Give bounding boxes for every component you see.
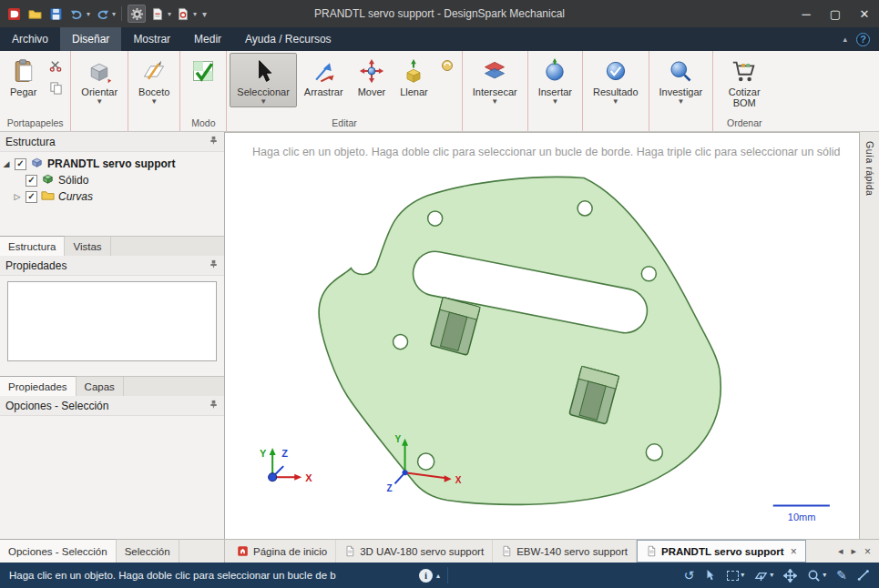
viewport[interactable]: Haga clic en un objeto. Haga doble clic …	[225, 132, 859, 539]
spin-view-icon[interactable]: ↺	[683, 569, 694, 582]
folder-icon	[41, 188, 55, 205]
document-tab-icon	[646, 545, 657, 557]
menu-medir[interactable]: Medir	[182, 27, 233, 51]
intersecar-button[interactable]: Intersecar ▼	[465, 53, 525, 107]
propiedades-panel-header: Propiedades	[0, 256, 224, 276]
undo-dropdown-icon[interactable]: ▾	[87, 10, 90, 18]
close-document-icon[interactable]: ×	[864, 545, 871, 558]
checkbox-solido[interactable]: ✓	[26, 175, 37, 187]
tab-prandtl-active[interactable]: PRANDTL servo support ×	[637, 540, 806, 563]
tree-label-curvas[interactable]: Curvas	[58, 190, 93, 203]
info-dropdown-icon[interactable]: ▴	[436, 572, 440, 580]
ribbon-group-ordenar: Cotizar BOM Ordenar	[713, 51, 775, 131]
svg-text:X: X	[305, 472, 312, 483]
boceto-button[interactable]: Boceto ▼	[131, 53, 177, 107]
boceto-icon	[141, 56, 167, 86]
minimize-button[interactable]: ─	[792, 0, 821, 27]
tree-row-curvas[interactable]: ▷ ✓ Curvas	[2, 188, 222, 205]
quick-access-toolbar: ▾ ▾ ▾ ▾ ▾	[5, 5, 207, 23]
pin-icon[interactable]	[209, 400, 219, 412]
tab-pagina-inicio[interactable]: Página de inicio	[229, 540, 336, 563]
ribbon-group-insertar: Insertar ▼	[528, 51, 583, 131]
sketch-pencil-icon[interactable]: ✎	[836, 569, 847, 582]
menu-disenar[interactable]: Diseñar	[60, 27, 121, 51]
app-logo-icon[interactable]	[5, 5, 23, 23]
expander-closed-icon[interactable]: ▷	[13, 192, 22, 201]
quick-guide-strip[interactable]: Guía rápida	[859, 132, 879, 539]
open-folder-icon[interactable]	[26, 5, 44, 23]
seleccionar-icon	[250, 56, 276, 86]
modo-button[interactable]	[183, 53, 223, 87]
investigar-button[interactable]: Investigar ▼	[652, 53, 710, 107]
svg-text:Z: Z	[281, 448, 288, 459]
tab-ebw-140[interactable]: EBW-140 servo support	[493, 540, 637, 563]
seleccionar-button[interactable]: Seleccionar ▼	[230, 53, 296, 107]
scroll-tabs-left-icon[interactable]: ◂	[838, 545, 843, 557]
collapse-ribbon-icon[interactable]: ▴	[843, 35, 847, 44]
replace-tool-icon[interactable]	[438, 56, 456, 75]
tab-capas[interactable]: Capas	[77, 377, 124, 396]
save-icon[interactable]	[46, 5, 65, 23]
export-document-icon[interactable]	[148, 5, 167, 23]
arrastrar-button[interactable]: Arrastrar	[297, 53, 351, 99]
tab-opciones-seleccion[interactable]: Opciones - Selección	[0, 539, 117, 563]
llenar-icon	[401, 56, 426, 86]
measure-line-icon[interactable]	[857, 569, 870, 582]
undo-icon[interactable]	[67, 5, 86, 23]
tab-propiedades[interactable]: Propiedades	[0, 376, 77, 396]
cut-icon[interactable]	[46, 56, 65, 75]
checkbox-curvas[interactable]: ✓	[26, 191, 37, 203]
properties-grid[interactable]	[7, 281, 217, 361]
tab-estructura[interactable]: Estructura	[0, 236, 65, 256]
pin-icon[interactable]	[209, 136, 219, 148]
pin-icon[interactable]	[209, 259, 219, 272]
world-triad[interactable]: Y Z X	[260, 448, 312, 483]
select-cursor-icon[interactable]	[704, 569, 717, 582]
paste-button[interactable]: Pegar	[3, 53, 44, 99]
redo-dropdown-icon[interactable]: ▾	[112, 10, 116, 18]
menu-archivo[interactable]: Archivo	[0, 27, 60, 51]
tab-seleccion[interactable]: Selección	[117, 540, 179, 563]
scroll-tabs-right-icon[interactable]: ▸	[851, 545, 856, 557]
tree-row-root[interactable]: ◢ ✓ PRANDTL servo support	[2, 156, 222, 172]
model-canvas[interactable]: Y Z X Y X Z	[225, 133, 859, 539]
ribbon-group-orientar: Orientar ▼	[71, 51, 128, 131]
info-icon[interactable]: i	[419, 569, 433, 583]
ribbon-group-modo: Modo	[180, 51, 227, 131]
insertar-button[interactable]: Insertar ▼	[531, 53, 579, 107]
box-select-icon[interactable]: ▾	[727, 569, 744, 582]
tab-3d-uav-180[interactable]: 3D UAV-180 servo support	[336, 540, 493, 563]
ribbon-group-intersecar: Intersecar ▼	[463, 51, 528, 131]
options-gear-icon[interactable]	[128, 5, 146, 23]
redo-icon[interactable]	[93, 5, 111, 23]
copy-icon[interactable]	[46, 78, 65, 96]
solid-part[interactable]	[319, 177, 721, 504]
tree-row-solido[interactable]: ✓ Sólido	[2, 172, 222, 188]
tree-label-solido[interactable]: Sólido	[58, 174, 88, 187]
pan-icon[interactable]	[783, 569, 797, 583]
plan-view-icon[interactable]: ▾	[754, 569, 773, 583]
maximize-button[interactable]: ▢	[821, 0, 850, 27]
tab-vistas[interactable]: Vistas	[65, 237, 110, 256]
checkbox-root[interactable]: ✓	[15, 158, 26, 170]
tree-label-root[interactable]: PRANDTL servo support	[47, 157, 175, 170]
close-button[interactable]: ✕	[850, 0, 879, 27]
expander-open-icon[interactable]: ◢	[2, 159, 11, 168]
cotizar-bom-button[interactable]: Cotizar BOM	[716, 53, 772, 110]
sheet-dropdown-icon[interactable]: ▾	[193, 10, 197, 18]
help-icon[interactable]: ?	[856, 33, 870, 46]
menu-mostrar[interactable]: Mostrar	[121, 27, 182, 51]
resultado-button[interactable]: Resultado ▼	[586, 53, 646, 107]
orientar-button[interactable]: Orientar ▼	[74, 53, 125, 107]
menu-ayuda[interactable]: Ayuda / Recursos	[233, 27, 343, 51]
zoom-icon[interactable]: ▾	[807, 569, 826, 583]
status-separator	[447, 567, 448, 583]
close-tab-icon[interactable]: ×	[791, 545, 797, 558]
ribbon-group-boceto: Boceto ▼	[128, 51, 180, 131]
export-dropdown-icon[interactable]: ▾	[168, 10, 171, 18]
mover-button[interactable]: Mover	[351, 53, 394, 99]
sheet-tool-icon[interactable]	[174, 5, 192, 23]
customize-toolbar-icon[interactable]: ▾	[202, 9, 207, 19]
llenar-button[interactable]: Llenar	[393, 53, 435, 99]
left-panel: Estructura ◢ ✓ PRANDTL servo support ✓	[0, 132, 225, 539]
